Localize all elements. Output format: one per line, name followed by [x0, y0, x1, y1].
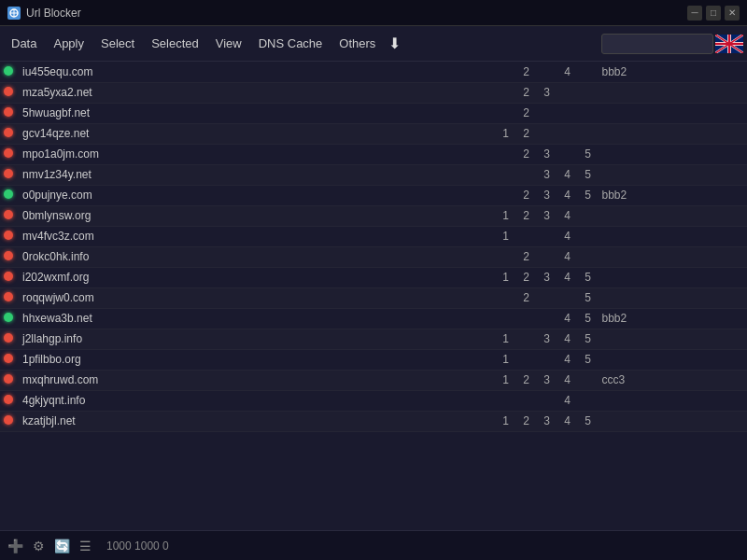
domain-cell: mza5yxa2.net	[19, 82, 495, 103]
col2-cell: 2	[515, 62, 536, 82]
status-cell	[0, 287, 19, 308]
status-cell	[0, 164, 19, 185]
table-row[interactable]: mza5yxa2.net 2 3	[0, 82, 747, 103]
col2-cell	[515, 164, 536, 185]
table-row[interactable]: 0rokc0hk.info 2 4	[0, 246, 747, 267]
table-row[interactable]: mv4fvc3z.com 1 4	[0, 226, 747, 246]
col1-cell	[495, 308, 515, 329]
domain-cell: nmv1z34y.net	[19, 164, 495, 185]
red-dot-icon	[4, 148, 13, 158]
tag-cell	[598, 287, 747, 308]
col1-cell: 1	[495, 226, 515, 246]
domain-cell: j2llahgp.info	[19, 329, 495, 349]
red-dot-icon	[4, 395, 13, 404]
col5-cell	[577, 82, 598, 103]
col5-cell: 5	[577, 164, 598, 185]
table-row[interactable]: nmv1z34y.net 3 4 5	[0, 164, 747, 185]
add-icon[interactable]: ➕	[7, 539, 23, 553]
col5-cell: 5	[577, 329, 598, 349]
col3-cell	[536, 287, 557, 308]
col2-cell	[515, 329, 536, 349]
col1-cell	[495, 246, 515, 267]
menu-view[interactable]: View	[208, 33, 249, 54]
status-numbers: 1000 1000 0	[106, 539, 169, 553]
col3-cell: 3	[536, 329, 557, 349]
domain-cell: mpo1a0jm.com	[19, 144, 495, 164]
menu-data[interactable]: Data	[4, 33, 44, 54]
table-row[interactable]: iu455equ.com 2 4 bbb2	[0, 62, 747, 82]
col2-cell: 2	[515, 246, 536, 267]
col4-cell: 4	[557, 267, 577, 287]
col5-cell: 5	[577, 144, 598, 164]
tag-cell	[598, 267, 747, 287]
col3-cell: 3	[536, 205, 557, 226]
tag-cell: bbb2	[598, 308, 747, 329]
table-row[interactable]: 1pfilbbo.org 1 4 5	[0, 349, 747, 370]
refresh-icon[interactable]: 🔄	[54, 539, 70, 553]
col3-cell: 3	[536, 267, 557, 287]
table-row[interactable]: roqqwjw0.com 2 5	[0, 287, 747, 308]
domain-cell: 1pfilbbo.org	[19, 349, 495, 370]
domain-cell: 5hwuagbf.net	[19, 103, 495, 123]
col5-cell	[577, 103, 598, 123]
table-row[interactable]: gcv14qze.net 1 2	[0, 123, 747, 144]
table-row[interactable]: j2llahgp.info 1 3 4 5	[0, 329, 747, 349]
table-row[interactable]: kzatjbjl.net 1 2 3 4 5	[0, 411, 747, 431]
minimize-button[interactable]: ─	[687, 6, 702, 21]
table-row[interactable]: i202wxmf.org 1 2 3 4 5	[0, 267, 747, 287]
table-row[interactable]: mxqhruwd.com 1 2 3 4 ccc3	[0, 370, 747, 390]
green-dot-icon	[4, 189, 13, 199]
col4-cell	[557, 82, 577, 103]
col1-cell	[495, 62, 515, 82]
col2-cell	[515, 390, 536, 411]
status-cell	[0, 308, 19, 329]
red-dot-icon	[4, 210, 13, 219]
red-dot-icon	[4, 169, 13, 178]
col3-cell	[536, 349, 557, 370]
red-dot-icon	[4, 292, 13, 301]
red-dot-icon	[4, 415, 13, 425]
table-row[interactable]: 0bmlynsw.org 1 2 3 4	[0, 205, 747, 226]
settings-icon[interactable]: ⚙	[33, 539, 45, 553]
col5-cell: 5	[577, 349, 598, 370]
red-dot-icon	[4, 107, 13, 117]
menu-others[interactable]: Others	[331, 33, 383, 54]
col5-cell	[577, 370, 598, 390]
col2-cell: 2	[515, 103, 536, 123]
table-row[interactable]: o0pujnye.com 2 3 4 5 bbb2	[0, 185, 747, 205]
red-dot-icon	[4, 354, 13, 363]
status-cell	[0, 349, 19, 370]
status-cell	[0, 205, 19, 226]
col4-cell: 4	[557, 226, 577, 246]
close-button[interactable]: ✕	[725, 6, 740, 21]
menu-selected[interactable]: Selected	[144, 33, 206, 54]
col1-cell: 1	[495, 370, 515, 390]
maximize-button[interactable]: □	[706, 6, 721, 21]
table-row[interactable]: 4gkjyqnt.info 4	[0, 390, 747, 411]
col4-cell: 4	[557, 349, 577, 370]
col3-cell	[536, 62, 557, 82]
col3-cell: 3	[536, 144, 557, 164]
tag-cell	[598, 164, 747, 185]
col3-cell: 3	[536, 164, 557, 185]
domain-cell: 4gkjyqnt.info	[19, 390, 495, 411]
col3-cell: 3	[536, 370, 557, 390]
domain-cell: i202wxmf.org	[19, 267, 495, 287]
table-row[interactable]: 5hwuagbf.net 2	[0, 103, 747, 123]
menu-apply[interactable]: Apply	[46, 33, 92, 54]
red-dot-icon	[4, 87, 13, 96]
col4-cell: 4	[557, 246, 577, 267]
col1-cell: 1	[495, 329, 515, 349]
list-icon[interactable]: ☰	[79, 539, 92, 553]
col2-cell	[515, 349, 536, 370]
menu-dns-cache[interactable]: DNS Cache	[251, 33, 331, 54]
table-row[interactable]: mpo1a0jm.com 2 3 5	[0, 144, 747, 164]
table-row[interactable]: hhxewa3b.net 4 5 bbb2	[0, 308, 747, 329]
search-input[interactable]	[601, 34, 713, 54]
col4-cell: 4	[557, 329, 577, 349]
col4-cell: 4	[557, 370, 577, 390]
menu-select[interactable]: Select	[93, 33, 142, 54]
col4-cell: 4	[557, 185, 577, 205]
download-icon[interactable]: ⬇	[385, 35, 404, 52]
status-cell	[0, 411, 19, 431]
